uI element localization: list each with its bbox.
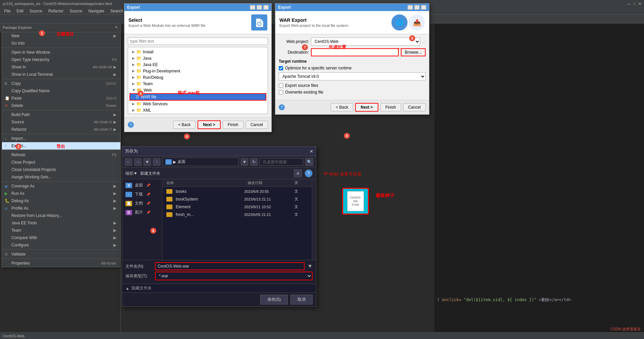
export-source-checkbox[interactable] bbox=[279, 83, 283, 88]
browse-button[interactable]: Browse... bbox=[401, 48, 426, 56]
save-file-fresh[interactable]: fresh_m... 2023/6/05 21:21 文 bbox=[162, 211, 312, 218]
dialog2-finish-btn[interactable]: Finish bbox=[380, 103, 401, 111]
tree-java[interactable]: ▶ 📁 Java bbox=[129, 55, 266, 61]
close-btn[interactable]: ✕ bbox=[638, 2, 641, 6]
save-refresh-btn[interactable]: ↻ bbox=[250, 158, 258, 166]
ctx-run-as[interactable]: ▶ Run As ▶ bbox=[2, 190, 120, 197]
filename-input[interactable] bbox=[155, 262, 305, 270]
save-dropdown-path-btn[interactable]: ▼ bbox=[241, 158, 248, 166]
ctx-copy-qualified[interactable]: Copy Qualified Name bbox=[2, 87, 120, 95]
save-search-input[interactable] bbox=[260, 158, 303, 166]
menu-file[interactable]: File bbox=[1, 8, 13, 14]
ctx-source[interactable]: Source Alt+Shift+S ▶ bbox=[2, 118, 120, 126]
tree-run-debug[interactable]: ▶ 📁 Run/Debug bbox=[129, 74, 266, 80]
organize-btn[interactable]: 组织▼ bbox=[125, 171, 138, 176]
ctx-compare-with[interactable]: Compare With ▶ bbox=[2, 234, 120, 241]
panel-close-icon[interactable]: ✕ bbox=[115, 25, 118, 30]
save-cancel-btn[interactable]: 取消 bbox=[290, 295, 313, 304]
ctx-restore-history[interactable]: Restore from Local History... bbox=[2, 212, 120, 219]
menu-search[interactable]: Search bbox=[108, 8, 126, 14]
filename-dropdown-arrow[interactable]: ▼ bbox=[307, 263, 313, 269]
dialog1-back-btn[interactable]: < Back bbox=[173, 121, 196, 129]
dialog1-minimize[interactable]: — bbox=[250, 5, 255, 10]
tree-plugin-dev[interactable]: ▶ 📁 Plug-in Development bbox=[129, 68, 266, 74]
tree-web-services[interactable]: ▶ 📁 Web Services bbox=[129, 101, 266, 107]
help-icon-btn[interactable]: ? bbox=[305, 169, 313, 177]
filetype-select[interactable]: *.war bbox=[155, 272, 313, 280]
save-search-btn[interactable]: 🔍 bbox=[305, 158, 313, 166]
maximize-btn[interactable]: □ bbox=[633, 2, 636, 6]
dialog2-next-btn[interactable]: Next > bbox=[355, 103, 378, 112]
dialog1-close[interactable]: ✕ bbox=[263, 5, 269, 10]
ctx-paste[interactable]: 📋 Paste Ctrl+V bbox=[2, 95, 120, 102]
ctx-open-type-hierarchy[interactable]: Open Type Hierarchy F4 bbox=[2, 56, 120, 63]
tree-javaee[interactable]: ▶ 📁 Java EE bbox=[129, 61, 266, 68]
web-project-select[interactable]: CentOS-Web bbox=[311, 38, 420, 46]
minimize-btn[interactable]: — bbox=[627, 2, 631, 6]
sidebar-pictures[interactable]: 🖼 图片 📌 bbox=[122, 208, 162, 217]
overwrite-checkbox[interactable] bbox=[279, 90, 283, 95]
tree-install[interactable]: ▶ 📁 Install bbox=[129, 49, 266, 55]
dialog1-finish-btn[interactable]: Finish bbox=[223, 121, 244, 129]
sidebar-desktop[interactable]: 🖥 桌面 📌 bbox=[122, 181, 162, 190]
save-forward-btn[interactable]: → bbox=[134, 158, 142, 166]
save-up-btn[interactable]: ↑ bbox=[153, 158, 160, 166]
sidebar-documents[interactable]: 📄 文档 📌 bbox=[122, 199, 162, 208]
save-file-books[interactable]: books 2023/6/8 20:55 文 bbox=[162, 187, 312, 195]
ctx-coverage-as[interactable]: ◉ Coverage As ▶ bbox=[2, 182, 120, 190]
ctx-delete[interactable]: ✕ Delete Delete bbox=[2, 102, 120, 109]
dialog1-cancel-btn[interactable]: Cancel bbox=[246, 121, 268, 129]
save-dropdown-btn[interactable]: ▼ bbox=[144, 158, 151, 166]
ctx-refresh[interactable]: Refresh F5 bbox=[2, 151, 120, 159]
ctx-build-path[interactable]: Build Path ▶ bbox=[2, 111, 120, 118]
ctx-open-new-window[interactable]: Open in New Window bbox=[2, 49, 120, 56]
dialog2-back-btn[interactable]: < Back bbox=[331, 103, 353, 111]
dialog1-filter-input[interactable] bbox=[128, 38, 268, 45]
ctx-refactor[interactable]: Refactor Alt+Shift+T ▶ bbox=[2, 126, 120, 133]
save-file-element[interactable]: Element 2023/8/11 10:52 文 bbox=[162, 203, 312, 211]
dialog2-minimize[interactable]: — bbox=[408, 5, 413, 10]
save-close-icon[interactable]: ✕ bbox=[310, 149, 313, 154]
menu-source-2[interactable]: Source bbox=[67, 8, 85, 14]
ctx-team[interactable]: Team ▶ bbox=[2, 227, 120, 234]
ctx-go-into[interactable]: Go Into bbox=[2, 40, 120, 47]
ctx-javaee-tools[interactable]: Java EE Tools ▶ bbox=[2, 219, 120, 227]
dialog2-maximize[interactable]: □ bbox=[414, 5, 420, 10]
dialog1-maximize[interactable]: □ bbox=[257, 5, 262, 10]
menu-navigate[interactable]: Navigate bbox=[86, 8, 107, 14]
ctx-configure[interactable]: Configure ▶ bbox=[2, 241, 120, 249]
ctx-import[interactable]: ↓ Import... bbox=[2, 135, 120, 142]
save-confirm-btn[interactable]: 保存(S) bbox=[260, 295, 288, 304]
ctx-properties[interactable]: Properties Alt+Enter bbox=[2, 260, 120, 267]
destination-input[interactable] bbox=[311, 48, 399, 56]
tree-team[interactable]: ▶ 📁 Team bbox=[129, 80, 266, 87]
new-folder-btn[interactable]: 新建文件夹 bbox=[140, 171, 160, 176]
save-back-btn[interactable]: ← bbox=[125, 158, 132, 166]
menu-refactor[interactable]: Refactor bbox=[46, 8, 66, 14]
dialog2-help-icon[interactable]: ? bbox=[279, 104, 285, 110]
save-scrollbar[interactable] bbox=[312, 179, 316, 260]
export-source-label: Export source files bbox=[285, 83, 318, 88]
tree-xml[interactable]: ▶ 📁 XML bbox=[129, 107, 266, 113]
ctx-show-in[interactable]: Show In Alt+Shift+W ▶ bbox=[2, 63, 120, 71]
save-file-booksystem[interactable]: bookSystem 2023/6/13 21:11 文 bbox=[162, 195, 312, 203]
ctx-assign-working-sets[interactable]: Assign Working Sets... bbox=[2, 173, 120, 181]
dialog2-close[interactable]: ✕ bbox=[421, 5, 426, 10]
ctx-show-local-terminal[interactable]: Show in Local Terminal ▶ bbox=[2, 71, 120, 78]
ctx-close-project[interactable]: Close Project bbox=[2, 159, 120, 166]
optimize-checkbox[interactable] bbox=[279, 66, 283, 70]
dialog1-next-btn[interactable]: Next > bbox=[198, 120, 220, 129]
menu-edit[interactable]: Edit bbox=[14, 8, 26, 14]
ctx-debug-as[interactable]: 🐛 Debug As ▶ bbox=[2, 197, 120, 205]
ctx-copy[interactable]: ⎘ Copy Ctrl+C bbox=[2, 80, 120, 87]
runtime-select[interactable]: Apache Tomcat v9.0 bbox=[279, 72, 426, 80]
dialog2-titlebar-buttons: — □ ✕ bbox=[408, 5, 426, 10]
ctx-close-unrelated[interactable]: Close Unrelated Projects bbox=[2, 166, 120, 173]
view-toggle-btn[interactable]: ≡ bbox=[294, 169, 302, 177]
dialog2-cancel-btn[interactable]: Cancel bbox=[403, 103, 426, 111]
ctx-validate[interactable]: ☑ Validate bbox=[2, 250, 120, 258]
sidebar-downloads[interactable]: ↓ 下载 📌 bbox=[122, 190, 162, 199]
dialog1-help-icon[interactable]: ? bbox=[128, 122, 134, 128]
ctx-profile-as[interactable]: ◎ Profile As ▶ bbox=[2, 205, 120, 212]
menu-source-1[interactable]: Source bbox=[27, 8, 45, 14]
